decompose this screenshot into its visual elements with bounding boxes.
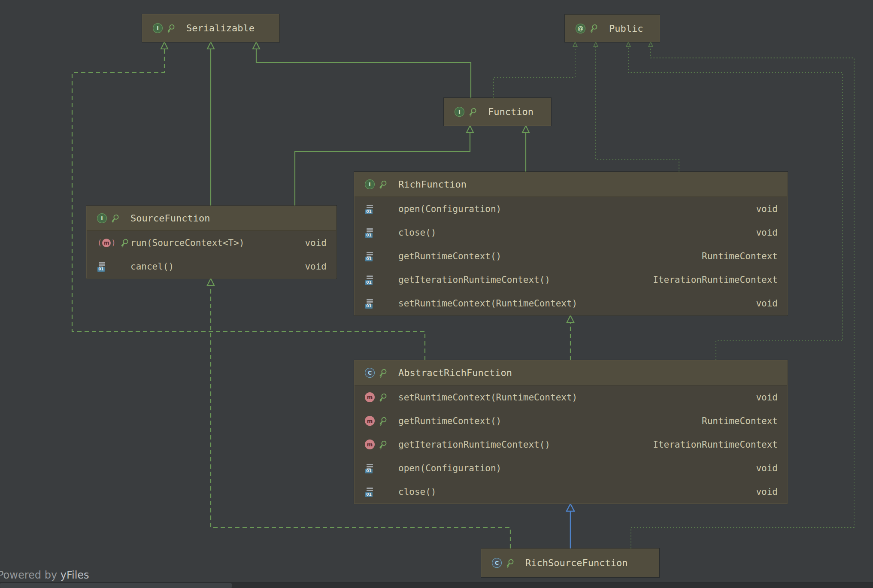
node-title: Function [488, 106, 534, 117]
member-return-type: void [756, 487, 778, 497]
member-icon-zone: 01 [365, 487, 398, 497]
member-return-type: IterationRuntimeContext [653, 275, 778, 285]
node-title: SourceFunction [130, 213, 210, 224]
node-header[interactable]: CRichSourceFunction [482, 549, 659, 577]
member-return-type: RuntimeContext [702, 416, 778, 426]
key-icon [377, 367, 389, 379]
member-return-type: void [756, 463, 778, 473]
class-icon: C [492, 558, 502, 568]
member-row[interactable]: 01cancel()void [87, 255, 336, 278]
node-title: Serializable [186, 23, 255, 33]
member-icon-zone: 01 [365, 204, 398, 214]
class-icon: C [365, 368, 375, 378]
member-row[interactable]: (m)run(SourceContext<T>)void [87, 231, 336, 255]
method-icon: m [365, 416, 375, 426]
member-icon-zone: 01 [97, 261, 130, 272]
member-icon-zone: 01 [365, 275, 398, 285]
member-name: getRuntimeContext() [398, 416, 689, 426]
node-header[interactable]: IFunction [444, 98, 551, 125]
member-return-type: void [756, 392, 778, 403]
member-row[interactable]: mgetIterationRuntimeContext()IterationRu… [355, 433, 787, 456]
member-name: getRuntimeContext() [398, 251, 689, 261]
member-return-type: void [756, 298, 778, 309]
member-icon-zone: m [365, 439, 398, 449]
node-title: AbstractRichFunction [398, 367, 512, 378]
nodes-layer: ISerializable@PublicIFunctionIRichFuncti… [0, 0, 873, 588]
member-return-type: void [756, 204, 778, 214]
node-title: Public [609, 23, 643, 34]
node-richfunction[interactable]: IRichFunction01open(Configuration)void01… [354, 172, 788, 315]
node-abstractrichfunction[interactable]: CAbstractRichFunctionmsetRuntimeContext(… [354, 360, 788, 504]
member-return-type: IterationRuntimeContext [653, 439, 778, 450]
member-name: setRuntimeContext(RuntimeContext) [398, 392, 743, 403]
member-row[interactable]: mgetRuntimeContext()RuntimeContext [355, 409, 787, 433]
member-return-type: void [756, 227, 778, 238]
header-icon-zone: I [97, 213, 130, 223]
node-public[interactable]: @Public [565, 15, 660, 42]
member-row[interactable]: 01close()void [355, 221, 787, 244]
scrollbar-thumb[interactable] [0, 583, 232, 588]
member-row[interactable]: 01open(Configuration)void [355, 456, 787, 480]
member-name: cancel() [130, 261, 292, 272]
header-icon-zone: I [455, 107, 488, 117]
watermark-prefix: Powered by [0, 569, 61, 581]
key-icon [165, 22, 177, 34]
member-icon-zone: m [365, 392, 398, 402]
key-icon [109, 212, 121, 224]
key-icon [377, 178, 389, 190]
node-sourcefunction[interactable]: ISourceFunction(m)run(SourceContext<T>)v… [86, 206, 336, 279]
key-icon [467, 106, 479, 118]
header-icon-zone: I [153, 23, 186, 33]
node-header[interactable]: ISourceFunction [87, 206, 336, 231]
abstract-method-icon: (m) [97, 239, 116, 247]
node-header[interactable]: @Public [565, 15, 659, 42]
member-row[interactable]: 01setRuntimeContext(RuntimeContext)void [355, 291, 787, 315]
member-return-type: void [305, 238, 327, 248]
member-icon-zone: m [365, 416, 398, 426]
member-return-type: void [305, 261, 327, 272]
member-icon-zone: (m) [97, 239, 130, 247]
member-name: close() [398, 227, 743, 238]
member-name: setRuntimeContext(RuntimeContext) [398, 298, 743, 309]
member-row[interactable]: 01close()void [355, 480, 787, 503]
header-icon-zone: I [365, 179, 398, 189]
node-header[interactable]: IRichFunction [355, 172, 787, 197]
node-serializable[interactable]: ISerializable [142, 14, 279, 42]
diagram-canvas[interactable]: ISerializable@PublicIFunctionIRichFuncti… [0, 0, 873, 588]
abstract01-icon: 01 [365, 251, 375, 261]
member-row[interactable]: 01open(Configuration)void [355, 197, 787, 221]
abstract01-icon: 01 [97, 261, 107, 272]
abstract01-icon: 01 [365, 227, 375, 238]
node-header[interactable]: ISerializable [142, 15, 279, 42]
interface-icon: I [455, 107, 464, 117]
annotation-icon: @ [576, 24, 585, 33]
member-name: run(SourceContext<T>) [130, 238, 292, 248]
member-name: open(Configuration) [398, 463, 743, 473]
member-return-type: RuntimeContext [702, 251, 778, 261]
horizontal-scrollbar[interactable] [0, 582, 873, 588]
node-title: RichFunction [398, 179, 467, 190]
node-function[interactable]: IFunction [444, 98, 551, 126]
header-icon-zone: C [492, 558, 525, 568]
node-title: RichSourceFunction [525, 558, 627, 568]
node-richsourcefunction[interactable]: CRichSourceFunction [481, 549, 659, 577]
member-name: getIterationRuntimeContext() [398, 439, 640, 450]
member-icon-zone: 01 [365, 251, 398, 261]
member-icon-zone: 01 [365, 227, 398, 238]
key-icon [377, 391, 389, 403]
key-icon [118, 236, 130, 249]
node-header[interactable]: CAbstractRichFunction [355, 361, 787, 385]
interface-icon: I [365, 179, 375, 189]
header-icon-zone: C [365, 368, 398, 378]
member-row[interactable]: 01getIterationRuntimeContext()IterationR… [355, 268, 787, 291]
member-icon-zone: 01 [365, 463, 398, 473]
abstract01-icon: 01 [365, 275, 375, 285]
abstract01-icon: 01 [365, 298, 375, 309]
member-row[interactable]: 01getRuntimeContext()RuntimeContext [355, 244, 787, 268]
key-icon [377, 438, 389, 450]
watermark-brand: yFiles [61, 569, 89, 581]
member-row[interactable]: msetRuntimeContext(RuntimeContext)void [355, 385, 787, 409]
key-icon [377, 415, 389, 427]
member-name: open(Configuration) [398, 204, 743, 214]
yfiles-watermark: Powered by yFiles [0, 569, 89, 581]
